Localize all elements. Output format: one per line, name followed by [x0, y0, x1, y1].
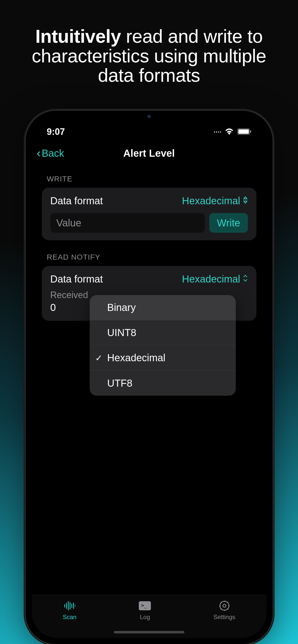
- svg-rect-2: [250, 130, 251, 133]
- read-format-row[interactable]: Data format Hexadecimal: [50, 273, 248, 285]
- svg-point-13: [223, 604, 226, 607]
- dropdown-item-utf8[interactable]: UTF8: [90, 371, 236, 396]
- tab-settings[interactable]: Settings: [213, 600, 235, 621]
- tab-log-label: Log: [140, 614, 150, 621]
- up-down-chevron-icon: [243, 274, 248, 284]
- dropdown-item-label: UTF8: [107, 378, 133, 389]
- status-time: 9:07: [47, 127, 65, 137]
- write-format-text: Hexadecimal: [182, 195, 240, 207]
- read-card: Data format Hexadecimal Received 0 Binar…: [42, 266, 256, 321]
- svg-text:>_: >_: [141, 602, 147, 608]
- svg-rect-1: [238, 129, 249, 134]
- nav-bar: ‹ Back Alert Level: [32, 142, 267, 165]
- up-down-chevron-icon: [243, 196, 248, 206]
- dropdown-item-uint8[interactable]: UINT8: [90, 320, 236, 345]
- write-button-label: Write: [217, 217, 240, 229]
- write-card: Data format Hexadecimal Value Write: [42, 188, 256, 240]
- write-format-value: Hexadecimal: [182, 195, 248, 207]
- check-icon: ✓: [95, 353, 102, 363]
- phone-screen: 9:07 ‹ Back Alert Level WRITE: [32, 117, 267, 638]
- data-format-dropdown: Binary UINT8 ✓ Hexadecimal UTF8: [90, 295, 236, 396]
- back-label: Back: [42, 148, 64, 159]
- tab-log[interactable]: >_ Log: [139, 600, 151, 621]
- wifi-icon: [225, 127, 234, 137]
- chevron-left-icon: ‹: [37, 146, 41, 160]
- headline-rest1: read and write to: [121, 26, 263, 47]
- dropdown-item-label: Binary: [107, 302, 136, 313]
- headline-line2: characteristics using multiple: [32, 46, 266, 66]
- status-right: [214, 127, 251, 137]
- phone-notch: [106, 111, 192, 123]
- write-format-row[interactable]: Data format Hexadecimal: [50, 195, 248, 207]
- back-button[interactable]: ‹ Back: [37, 147, 64, 160]
- dropdown-item-binary[interactable]: Binary: [90, 295, 236, 320]
- read-format-value: Hexadecimal: [182, 273, 248, 285]
- value-placeholder: Value: [56, 217, 81, 229]
- read-section-header: READ NOTIFY: [42, 240, 256, 266]
- cellular-dots-icon: [214, 131, 221, 133]
- write-section-header: WRITE: [42, 167, 256, 188]
- home-indicator[interactable]: [114, 631, 184, 633]
- write-format-label: Data format: [50, 195, 103, 207]
- page-title: Alert Level: [32, 148, 267, 159]
- promo-headline: Intuitively read and write to characteri…: [0, 27, 298, 85]
- write-button[interactable]: Write: [209, 213, 248, 233]
- dropdown-item-label: Hexadecimal: [107, 352, 165, 364]
- tab-scan-label: Scan: [63, 614, 77, 621]
- battery-icon: [237, 127, 251, 137]
- dropdown-item-hexadecimal[interactable]: ✓ Hexadecimal: [90, 345, 236, 371]
- headline-bold: Intuitively: [35, 26, 121, 47]
- content-area: WRITE Data format Hexadecimal Value: [32, 165, 267, 321]
- dropdown-item-label: UINT8: [107, 327, 137, 338]
- phone-frame: 9:07 ‹ Back Alert Level WRITE: [26, 111, 273, 644]
- tab-bar: Scan >_ Log Settings: [32, 595, 267, 638]
- read-format-text: Hexadecimal: [182, 273, 240, 285]
- write-input-row: Value Write: [50, 213, 248, 233]
- tab-scan[interactable]: Scan: [63, 600, 77, 621]
- gear-icon: [219, 600, 230, 611]
- headline-line3: data formats: [98, 65, 200, 86]
- tab-settings-label: Settings: [213, 614, 235, 621]
- value-input[interactable]: Value: [50, 213, 205, 233]
- terminal-icon: >_: [139, 600, 151, 611]
- waveform-icon: [64, 600, 75, 611]
- read-format-label: Data format: [50, 273, 103, 285]
